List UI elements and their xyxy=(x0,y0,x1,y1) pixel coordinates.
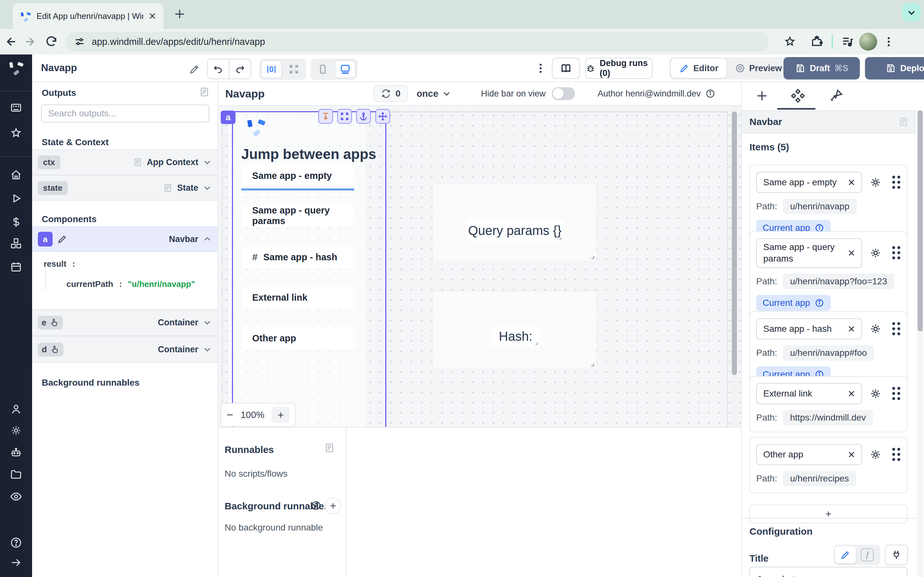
back-icon[interactable] xyxy=(0,35,21,48)
item-settings-gear-icon[interactable] xyxy=(869,322,882,335)
draft-button[interactable]: Draft ⌘S xyxy=(783,57,860,79)
site-info-icon[interactable] xyxy=(74,36,86,47)
clear-icon[interactable] xyxy=(846,389,856,398)
canvas-scrollbar[interactable] xyxy=(731,106,738,427)
rail-item-help[interactable] xyxy=(10,536,23,549)
output-row-state[interactable]: state State xyxy=(32,175,218,201)
selected-component-tag[interactable]: a xyxy=(221,111,236,124)
hash-label[interactable]: Hash: xyxy=(491,326,540,347)
tab-editor[interactable]: Editor xyxy=(671,59,727,78)
expand-component-button[interactable] xyxy=(337,109,352,124)
component-row-d[interactable]: d Container xyxy=(32,336,218,363)
undo-button[interactable] xyxy=(208,60,229,78)
app-canvas[interactable]: a Jump between apps Same app - emptySame… xyxy=(218,106,741,427)
drag-handle-icon[interactable] xyxy=(892,387,901,400)
item-path-value[interactable]: https://windmill.dev xyxy=(783,410,873,425)
static-mode-button[interactable] xyxy=(835,546,856,564)
browser-tab[interactable]: Edit App u/henri/navapp | Win xyxy=(13,3,164,29)
zoom-in-button[interactable]: + xyxy=(272,407,290,423)
centered-layout-button[interactable] xyxy=(261,60,282,78)
item-settings-gear-icon[interactable] xyxy=(869,448,882,461)
result-key[interactable]: result xyxy=(44,259,66,269)
url-pill[interactable]: app.windmill.dev/apps/edit/u/henri/navap… xyxy=(66,32,769,52)
app-nav-item[interactable]: Other app xyxy=(241,327,354,349)
avatar[interactable] xyxy=(858,33,879,51)
panel-doc-icon[interactable] xyxy=(324,442,335,453)
fx-mode-button[interactable]: f xyxy=(857,546,878,564)
bookmark-star-icon[interactable] xyxy=(780,35,800,48)
component-id-badge[interactable]: a xyxy=(38,232,53,247)
tab-style-brush-icon[interactable] xyxy=(829,89,843,103)
rail-item-apps[interactable] xyxy=(10,101,23,114)
item-settings-gear-icon[interactable] xyxy=(869,387,882,400)
current-path-value[interactable]: "u/henri/navapp" xyxy=(128,279,195,289)
rail-item-favorites[interactable] xyxy=(10,127,23,139)
item-path-value[interactable]: u/henri/recipes xyxy=(783,471,856,486)
windmill-logo-icon[interactable] xyxy=(8,59,24,76)
item-label-input[interactable]: External link xyxy=(756,383,862,404)
output-key-badge[interactable]: ctx xyxy=(38,155,60,169)
redo-button[interactable] xyxy=(229,60,250,78)
clear-icon[interactable] xyxy=(846,450,856,459)
refresh-counter[interactable]: 0 xyxy=(374,85,408,102)
clear-icon[interactable] xyxy=(846,248,856,258)
drag-handle-icon[interactable] xyxy=(892,246,901,259)
query-params-label[interactable]: Query params {} xyxy=(466,219,564,242)
rail-item-home[interactable] xyxy=(10,169,23,181)
app-nav-item[interactable]: Same app - empty xyxy=(241,165,354,187)
tab-search-button[interactable] xyxy=(902,3,921,22)
expand-down-button[interactable] xyxy=(318,109,333,124)
item-path-value[interactable]: u/henri/navapp#foo xyxy=(783,345,874,361)
hide-bar-toggle[interactable] xyxy=(552,87,575,100)
item-path-value[interactable]: u/henri/navapp xyxy=(783,199,856,214)
docs-button[interactable] xyxy=(552,58,580,79)
item-settings-gear-icon[interactable] xyxy=(869,247,882,259)
extensions-icon[interactable] xyxy=(806,35,827,48)
rail-item-variables[interactable] xyxy=(10,216,23,229)
rename-pencil-icon[interactable] xyxy=(189,63,200,75)
clear-icon[interactable] xyxy=(846,324,856,334)
tab-components-icon[interactable] xyxy=(790,89,805,103)
rail-item-workers[interactable] xyxy=(10,446,23,459)
info-icon[interactable] xyxy=(310,500,321,511)
panel-doc-icon[interactable] xyxy=(898,117,909,127)
media-playlist-icon[interactable] xyxy=(837,35,858,48)
move-button[interactable] xyxy=(375,109,390,124)
panel-scrollbar[interactable] xyxy=(917,110,923,577)
app-nav-item[interactable]: External link xyxy=(241,287,354,308)
drag-handle-icon[interactable] xyxy=(892,448,901,461)
rail-item-folders[interactable] xyxy=(10,468,23,481)
resize-handle-icon[interactable] xyxy=(556,234,562,240)
title-input[interactable]: Jump between apps xyxy=(749,567,908,577)
item-settings-gear-icon[interactable] xyxy=(869,176,882,189)
forward-icon[interactable] xyxy=(21,35,41,48)
item-label-input[interactable]: Same app - query params xyxy=(756,238,862,268)
edit-id-pencil-icon[interactable] xyxy=(57,234,67,244)
app-nav-item[interactable]: Same app - query params xyxy=(241,205,354,227)
component-row-navbar[interactable]: a Navbar xyxy=(32,226,218,252)
clear-icon[interactable] xyxy=(846,177,856,187)
rail-item-users[interactable] xyxy=(10,403,23,416)
item-path-value[interactable]: u/henri/navapp?foo=123 xyxy=(783,274,894,289)
desktop-view-button[interactable] xyxy=(334,60,356,78)
tab-close-icon[interactable] xyxy=(148,12,157,20)
deploy-button[interactable]: Deploy xyxy=(865,57,924,79)
more-menu-icon[interactable] xyxy=(535,62,547,74)
reload-icon[interactable] xyxy=(41,35,61,48)
new-tab-button[interactable] xyxy=(173,8,186,21)
rail-item-expand[interactable] xyxy=(10,556,23,569)
panel-doc-icon[interactable] xyxy=(199,87,210,97)
anchor-button[interactable] xyxy=(356,109,371,124)
item-label-input[interactable]: Same app - empty xyxy=(756,172,862,193)
zoom-out-button[interactable]: − xyxy=(226,408,233,422)
rail-item-audit[interactable] xyxy=(10,490,23,503)
debug-runs-button[interactable]: Debug runs (0) xyxy=(585,58,653,79)
add-item-button[interactable]: + xyxy=(749,504,908,524)
drag-handle-icon[interactable] xyxy=(892,322,901,335)
search-outputs-input[interactable] xyxy=(41,105,209,122)
item-label-input[interactable]: Same app - hash xyxy=(756,318,862,340)
tab-preview[interactable]: Preview xyxy=(727,59,790,78)
mobile-view-button[interactable] xyxy=(312,60,333,78)
resize-handle-icon[interactable] xyxy=(588,360,595,367)
rail-item-resources[interactable] xyxy=(10,237,23,250)
